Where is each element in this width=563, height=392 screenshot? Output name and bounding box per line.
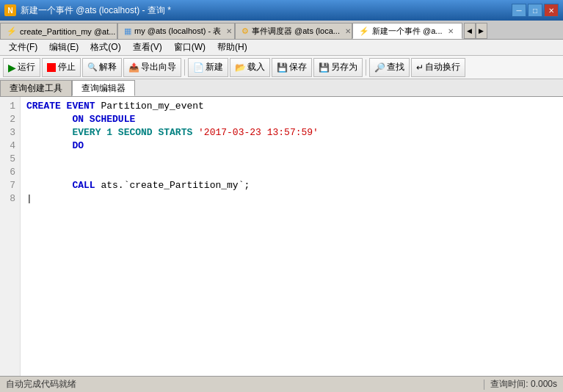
- tab-nav-prev[interactable]: ◀: [464, 23, 476, 39]
- keyword-do: DO: [72, 140, 84, 151]
- tab-icon-1: ⚡: [7, 26, 17, 36]
- status-autocomplete: 自动完成代码就绪: [3, 378, 478, 391]
- event-name: Partition_my_event: [101, 101, 203, 112]
- keyword-create: CREATE EVENT: [26, 101, 101, 112]
- tab-icon-3: ⚙: [241, 26, 249, 36]
- main-container: N 新建一个事件 @ats (localhost) - 查询 * ─ □ ✕ ⚡…: [0, 0, 563, 392]
- menu-help[interactable]: 帮助(H): [211, 40, 253, 55]
- export-label: 导出向导: [141, 61, 176, 73]
- status-separator: [484, 380, 484, 390]
- saveas-label: 另存为: [331, 61, 357, 73]
- line-numbers: 1 2 3 4 5 6 7 8: [0, 97, 21, 376]
- status-query-time: 查询时间: 0.000s: [490, 378, 560, 391]
- tab-my-table[interactable]: ▦ my @ats (localhost) - 表 ✕: [117, 23, 235, 39]
- tab-label-1: create_Partition_my @at...: [20, 27, 115, 36]
- explain-button[interactable]: 🔍 解释: [82, 58, 122, 77]
- menu-view[interactable]: 查看(V): [127, 40, 168, 55]
- menu-format[interactable]: 格式(O): [84, 40, 126, 55]
- close-button[interactable]: ✕: [544, 4, 559, 17]
- export-icon: 📤: [128, 62, 139, 73]
- toolbar-sep-1: [184, 59, 185, 76]
- find-button[interactable]: 🔎 查找: [369, 58, 410, 77]
- tab-event-scheduler[interactable]: ⚙ 事件调度器 @ats (loca... ✕: [235, 23, 352, 39]
- autowrap-button[interactable]: ↵ 自动换行: [411, 58, 465, 77]
- subtabbar: 查询创建工具 查询编辑器: [0, 79, 563, 97]
- run-icon: ▶: [8, 62, 16, 73]
- titlebar: N 新建一个事件 @ats (localhost) - 查询 * ─ □ ✕: [0, 0, 563, 21]
- load-button[interactable]: 📂 载入: [230, 58, 270, 77]
- keyword-on-schedule: ON SCHEDULE: [72, 114, 135, 125]
- new-label: 新建: [206, 61, 223, 73]
- code-editor[interactable]: CREATE EVENT Partition_my_event ON SCHED…: [21, 97, 563, 376]
- autowrap-icon: ↵: [416, 62, 424, 73]
- call-target: ats.`create_Partition_my`;: [101, 180, 250, 191]
- keyword-call: CALL: [72, 180, 101, 191]
- explain-icon: 🔍: [87, 62, 98, 72]
- keyword-every: EVERY 1 SECOND STARTS: [72, 127, 198, 138]
- window-controls: ─ □ ✕: [512, 4, 559, 17]
- subtab-query-tool-label: 查询创建工具: [10, 82, 62, 95]
- menubar: 文件(F) 编辑(E) 格式(O) 查看(V) 窗口(W) 帮助(H): [0, 40, 563, 56]
- tab-label-2: my @ats (localhost) - 表: [134, 26, 221, 37]
- subtab-query-editor-label: 查询编辑器: [81, 82, 126, 95]
- stop-label: 停止: [58, 61, 76, 73]
- saveas-button[interactable]: 💾 另存为: [313, 58, 363, 77]
- minimize-button[interactable]: ─: [512, 4, 526, 17]
- string-date: '2017-03-23 13:57:59': [198, 127, 319, 138]
- window-title: 新建一个事件 @ats (localhost) - 查询 *: [21, 4, 171, 17]
- tab-nav-next[interactable]: ▶: [476, 23, 487, 39]
- subtab-query-editor[interactable]: 查询编辑器: [72, 80, 135, 96]
- tab-close-2[interactable]: ✕: [224, 26, 234, 37]
- toolbar: ▶ 运行 停止 🔍 解释 📤 导出向导 📄 新建 📂 载入 💾 保存: [0, 56, 563, 79]
- saveas-icon: 💾: [319, 62, 330, 73]
- export-button[interactable]: 📤 导出向导: [123, 58, 181, 77]
- tab-new-event[interactable]: ⚡ 新建一个事件 @a... ✕: [352, 23, 462, 39]
- cursor-line: |: [26, 193, 32, 204]
- maximize-button[interactable]: □: [528, 4, 542, 17]
- find-icon: 🔎: [374, 62, 385, 73]
- subtab-query-tool[interactable]: 查询创建工具: [0, 80, 72, 96]
- load-label: 载入: [247, 61, 265, 73]
- find-label: 查找: [387, 61, 404, 73]
- autowrap-label: 自动换行: [425, 61, 460, 73]
- toolbar-sep-2: [366, 59, 366, 76]
- menu-window[interactable]: 窗口(W): [168, 40, 211, 55]
- statusbar: 自动完成代码就绪 查询时间: 0.000s: [0, 376, 563, 392]
- menu-file[interactable]: 文件(F): [3, 40, 43, 55]
- tab-icon-2: ▦: [124, 26, 131, 36]
- tab-create-partition[interactable]: ⚡ create_Partition_my @at... ✕: [0, 23, 117, 39]
- run-button[interactable]: ▶ 运行: [3, 58, 40, 77]
- save-label: 保存: [289, 61, 307, 73]
- load-icon: 📂: [235, 62, 246, 73]
- stop-button[interactable]: 停止: [42, 58, 81, 77]
- tab-nav: ◀ ▶: [464, 23, 487, 39]
- window-tabbar: ⚡ create_Partition_my @at... ✕ ▦ my @ats…: [0, 21, 563, 40]
- editor-area[interactable]: 1 2 3 4 5 6 7 8 CREATE EVENT Partition_m…: [0, 97, 563, 376]
- save-icon: 💾: [277, 62, 288, 73]
- tab-label-4: 新建一个事件 @a...: [372, 26, 443, 37]
- stop-icon: [47, 63, 56, 72]
- menu-edit[interactable]: 编辑(E): [43, 40, 84, 55]
- tab-icon-4: ⚡: [359, 26, 369, 36]
- new-icon: 📄: [193, 62, 204, 73]
- new-button[interactable]: 📄 新建: [188, 58, 228, 77]
- run-label: 运行: [18, 61, 35, 73]
- save-button[interactable]: 💾 保存: [272, 58, 312, 77]
- tab-label-3: 事件调度器 @ats (loca...: [252, 26, 340, 37]
- tab-close-3[interactable]: ✕: [343, 26, 352, 37]
- tab-close-4[interactable]: ✕: [446, 26, 456, 36]
- explain-label: 解释: [99, 61, 117, 73]
- app-icon: N: [4, 4, 16, 16]
